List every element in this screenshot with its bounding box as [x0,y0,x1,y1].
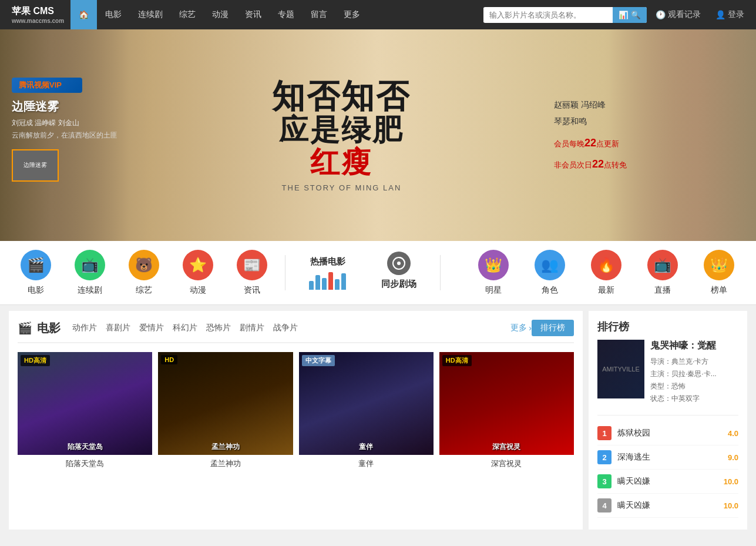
nav-more[interactable]: 更多 [335,0,368,29]
nav-home[interactable]: 🏠 [70,0,97,29]
nav-topic[interactable]: 专题 [270,0,303,29]
movie-card-3[interactable]: 中文字幕 童伴 童伴 [299,352,434,469]
genre-horror[interactable]: 恐怖片 [206,323,231,333]
nav-variety[interactable]: 综艺 [171,0,204,29]
main-title-line3: 红瘦 [272,146,411,179]
thumb-label: 边陲迷雾 [23,161,47,169]
cat-rank[interactable]: 👑 榜单 [691,247,747,299]
cat-live-label: 直播 [654,285,671,296]
rank-director: 导演：典兰克·卡方 [650,357,738,367]
rank-item-2[interactable]: 2 深海逃生 9.0 [597,445,738,470]
cat-variety[interactable]: 🐻 综艺 [117,247,171,299]
rank-item-3[interactable]: 3 瞒天凶嫌 10.0 [597,470,738,494]
movie-thumb-1: HD高清 陷落天堂岛 [18,352,152,455]
rank-top-info: 鬼哭神嚎：觉醒 导演：典兰克·卡方 主演：贝拉·秦思·卡... 类型：恐怖 状态… [650,340,738,406]
movie-section: 🎬 电影 动作片 喜剧片 爱情片 科幻片 恐怖片 剧情片 战争片 更多 › 排行… [9,311,583,530]
cat-news-label: 资讯 [244,285,260,296]
rank-item-1[interactable]: 1 炼狱校园 4.0 [597,421,738,445]
banner-left: 腾讯视频VIP 边陲迷雾 刘冠成 温峥嵘 刘金山 云南解放前夕，在滇西地区的土匪… [0,66,129,205]
rank-top-item[interactable]: AMITYVILLE 鬼哭神嚎：觉醒 导演：典兰克·卡方 主演：贝拉·秦思·卡.… [597,340,738,416]
banner-actors-right2: 琴瑟和鸣 [554,113,627,129]
genre-links: 动作片 喜剧片 爱情片 科幻片 恐怖片 剧情片 战争片 [72,323,298,333]
rank-name-2: 深海逃生 [617,452,728,463]
cat-tv[interactable]: 📺 连续剧 [63,247,117,299]
sync-icon [387,252,411,275]
cat-star[interactable]: 👑 明星 [465,247,522,299]
nav-movie[interactable]: 电影 [97,0,130,29]
hot-movies-section[interactable]: 热播电影 [291,253,364,293]
movie-icon: 🎬 [21,250,51,280]
movie-section-icon: 🎬 [18,321,32,335]
clock-icon: 🕐 [656,10,666,19]
rank-button[interactable]: 排行榜 [532,320,574,336]
genre-drama[interactable]: 剧情片 [240,323,264,333]
cat-latest[interactable]: 🔥 最新 [578,247,634,299]
cat-rank-label: 榜单 [711,285,727,296]
logo-text: 苹果 CMS [12,6,54,16]
nav-anime[interactable]: 动漫 [204,0,237,29]
movie-card-2[interactable]: HD 孟兰神功 孟兰神功 [158,352,293,469]
history-label: 观看记录 [668,9,701,20]
cat-news[interactable]: 📰 资讯 [225,247,279,299]
search-area: 📊 🔍 🕐 观看记录 👤 登录 [483,7,750,23]
rank-score-2: 9.0 [728,453,738,462]
badge-1: HD高清 [21,355,50,366]
search-input[interactable] [483,8,613,22]
bar-6 [341,273,346,290]
banner-thumbnail[interactable]: 边陲迷雾 [12,149,59,182]
cat-live[interactable]: 📺 直播 [634,247,691,299]
genre-war[interactable]: 战争片 [273,323,298,333]
banner-vip-badge: 腾讯视频VIP [12,78,82,93]
banner-update-info: 会员每晚22点更新 [554,132,627,153]
more-button[interactable]: 更多 › [510,323,532,333]
rank-icon: 👑 [704,250,734,280]
sync-label: 同步剧场 [381,279,416,290]
rank-score-1: 4.0 [728,429,738,438]
news-icon: 📰 [237,250,267,280]
bar-chart [309,272,346,290]
cat-anime-label: 动漫 [190,285,206,296]
rank-list: 1 炼狱校园 4.0 2 深海逃生 9.0 3 瞒天凶嫌 10.0 4 瞒天凶嫌 [597,421,738,518]
header: 苹果 CMS www.maccms.com 🏠 电影 连续剧 综艺 动漫 资讯 … [0,0,756,29]
genre-scifi[interactable]: 科幻片 [173,323,197,333]
nav-news[interactable]: 资讯 [237,0,270,29]
login-button[interactable]: 👤 登录 [710,9,750,20]
role-icon: 👥 [535,250,565,280]
search-button[interactable]: 📊 🔍 [613,7,647,23]
banner-subtitle: THE STORY OF MING LAN [272,183,411,192]
divider-1 [285,255,285,290]
genre-comedy[interactable]: 喜剧片 [106,323,130,333]
rank-name-4: 瞒天凶嫌 [617,500,724,511]
rank-num-4: 4 [597,498,611,512]
nav-message[interactable]: 留言 [303,0,335,29]
movie-card-4[interactable]: HD高清 深宫祝灵 深宫祝灵 [439,352,574,469]
sync-theater-section[interactable]: 同步剧场 [364,249,434,297]
star-icon: 👑 [478,250,509,280]
movie-card-1[interactable]: HD高清 陷落天堂岛 陷落天堂岛 [18,352,152,469]
main-title-line2: 应是绿肥 [272,114,411,146]
cat-anime[interactable]: ⭐ 动漫 [171,247,225,299]
variety-icon: 🐻 [129,250,159,280]
cat-role[interactable]: 👥 角色 [522,247,578,299]
genre-romance[interactable]: 爱情片 [139,323,164,333]
cat-movie[interactable]: 🎬 电影 [9,247,63,299]
rank-header: 排行榜 [597,311,738,340]
banner-title: 边陲迷雾 [12,99,117,115]
movie-title-1: 陷落天堂岛 [18,458,152,469]
category-row: 🎬 电影 📺 连续剧 🐻 综艺 ⭐ 动漫 📰 资讯 热播电影 同步剧场 [0,241,756,305]
nav-tv[interactable]: 连续剧 [130,0,171,29]
rank-num-3: 3 [597,474,611,488]
rank-status: 状态：中英双字 [650,394,738,404]
rank-num-1: 1 [597,426,611,440]
live-icon: 📺 [647,250,678,280]
movie-section-title: 电影 [37,320,61,336]
movie-label-1: 陷落天堂岛 [18,442,152,452]
history-button[interactable]: 🕐 观看记录 [650,9,707,20]
movie-thumb-2: HD 孟兰神功 [158,352,293,455]
banner-title-block: 知否知否 应是绿肥 红瘦 THE STORY OF MING LAN [272,78,411,193]
rank-item-4[interactable]: 4 瞒天凶嫌 10.0 [597,494,738,518]
rank-name-3: 瞒天凶嫌 [617,476,724,487]
genre-action[interactable]: 动作片 [72,323,97,333]
banner: 腾讯视频VIP 边陲迷雾 刘冠成 温峥嵘 刘金山 云南解放前夕，在滇西地区的土匪… [0,29,756,241]
banner-update-info2: 非会员次日22点转免 [554,153,627,175]
